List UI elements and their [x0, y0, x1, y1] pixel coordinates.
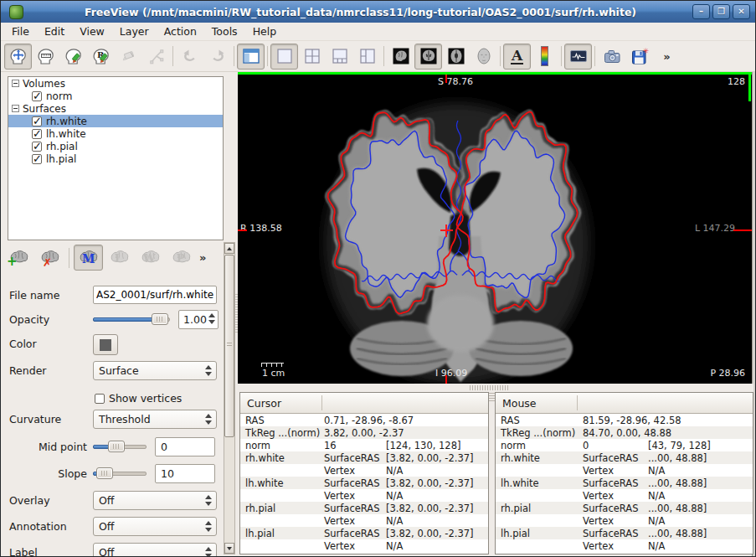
menu-item-help[interactable]: Help: [245, 23, 285, 39]
axial-view-button[interactable]: [442, 44, 470, 70]
spin-arrows-icon[interactable]: [208, 313, 215, 324]
show-vertices-checkbox[interactable]: Show vertices: [95, 392, 182, 405]
layout-2x2-button[interactable]: [298, 44, 326, 70]
overlay-combobox[interactable]: Off: [93, 491, 217, 510]
menu-item-tools[interactable]: Tools: [204, 23, 245, 39]
render-combobox[interactable]: Surface: [93, 361, 217, 380]
add-surface-button[interactable]: +: [4, 245, 33, 271]
tree-item-lh.pial[interactable]: lh.pial: [8, 152, 223, 165]
maximize-button[interactable]: ❐: [712, 4, 730, 19]
scroll-up-icon[interactable]: [224, 243, 234, 254]
roi-edit-tool-button[interactable]: R: [87, 44, 115, 70]
visibility-checkbox[interactable]: [32, 91, 42, 101]
curvature-combobox[interactable]: Threshold: [93, 410, 217, 429]
scroll-down-icon[interactable]: [224, 543, 234, 554]
collapse-icon[interactable]: [12, 105, 19, 112]
visibility-checkbox[interactable]: [32, 142, 42, 152]
time-course-button[interactable]: [564, 44, 592, 70]
horizontal-splitter[interactable]: [238, 384, 753, 392]
panel-scrollbar[interactable]: [224, 242, 235, 554]
table-row[interactable]: VertexN/A: [240, 539, 488, 552]
table-row[interactable]: TkReg ...(norm)84.70, 0.00, 48.88: [496, 426, 753, 439]
save-screenshot-button[interactable]: ✳: [625, 44, 653, 70]
color-picker-button[interactable]: [93, 334, 118, 355]
slider-handle[interactable]: [108, 441, 125, 452]
sagittal-view-button[interactable]: [387, 44, 414, 70]
table-row[interactable]: VertexN/A: [496, 539, 753, 552]
layout-1n3-button[interactable]: [326, 44, 353, 70]
show-colorbar-button[interactable]: [531, 44, 558, 70]
menu-item-action[interactable]: Action: [157, 23, 204, 39]
undo-button[interactable]: [176, 44, 203, 70]
path-tool-disabled-button[interactable]: [142, 44, 170, 70]
show-annotation-button[interactable]: A: [503, 44, 531, 70]
slider-handle[interactable]: [96, 467, 113, 479]
table-row[interactable]: lh.pialSurfaceRAS...00, 48.88]: [496, 527, 753, 539]
tree-item-rh.white[interactable]: rh.white: [8, 115, 223, 127]
table-row[interactable]: VertexN/A: [496, 464, 753, 477]
table-row[interactable]: lh.whiteSurfaceRAS[3.82, 0.00, -2.37]: [240, 477, 488, 489]
title-bar[interactable]: FreeView (/mnt/macmini/RW_tutorial_data/…: [1, 1, 755, 23]
file-name-input[interactable]: [93, 286, 217, 304]
tree-item-rh.pial[interactable]: rh.pial: [8, 140, 223, 152]
table-row[interactable]: RAS81.59, -28.96, 42.58: [496, 414, 753, 426]
slope-value-box[interactable]: 10: [155, 464, 215, 483]
table-row[interactable]: norm16[124, 130, 128]: [240, 439, 488, 451]
redo-button[interactable]: [203, 44, 231, 70]
checkbox-icon[interactable]: [95, 394, 105, 404]
slope-slider[interactable]: [93, 464, 147, 482]
coronal-view-button[interactable]: [414, 44, 442, 70]
show-main-surface-button[interactable]: M: [74, 245, 103, 271]
table-row[interactable]: VertexN/A: [496, 514, 753, 527]
coronal-viewport[interactable]: S 78.76 128 R 138.58 L 147.29 I 96.09 P …: [238, 72, 753, 384]
show-white-surface-button[interactable]: W: [136, 245, 165, 271]
opacity-spinbox[interactable]: 1.00: [178, 310, 219, 329]
table-row[interactable]: VertexN/A: [496, 489, 753, 502]
menu-item-edit[interactable]: Edit: [37, 23, 72, 39]
visibility-checkbox[interactable]: [32, 154, 42, 164]
mouse-panel-header[interactable]: Mouse: [496, 393, 753, 414]
table-row[interactable]: VertexN/A: [240, 489, 488, 502]
edit-disabled-button[interactable]: [115, 44, 142, 70]
mid-point-slider[interactable]: [93, 437, 147, 456]
view-3d-button[interactable]: [470, 44, 497, 70]
show-pial-surface-button[interactable]: P: [167, 245, 196, 271]
tree-group-surfaces[interactable]: Surfaces: [8, 102, 223, 115]
table-row[interactable]: norm0[43, 79, 128]: [496, 439, 753, 451]
toolbar-overflow-button[interactable]: »: [653, 44, 681, 70]
menu-item-file[interactable]: File: [4, 23, 37, 39]
table-row[interactable]: lh.whiteSurfaceRAS...00, 48.88]: [496, 477, 753, 489]
mid-point-value-box[interactable]: 0: [155, 437, 215, 456]
minimize-button[interactable]: –: [692, 4, 710, 19]
label-combobox[interactable]: Off: [93, 543, 217, 557]
table-row[interactable]: TkReg ...(norm)3.82, 0.00, -2.37: [240, 426, 488, 439]
show-inflated-surface-button[interactable]: I: [105, 245, 134, 271]
measure-tool-button[interactable]: [32, 44, 59, 70]
vertical-splitter[interactable]: [489, 392, 495, 554]
toggle-control-panel-button[interactable]: [237, 44, 265, 70]
opacity-slider[interactable]: [93, 310, 170, 328]
screenshot-button[interactable]: [598, 44, 625, 70]
collapse-icon[interactable]: [12, 80, 19, 87]
slider-handle[interactable]: [152, 313, 168, 325]
table-row[interactable]: rh.pialSurfaceRAS...00, 48.88]: [496, 502, 753, 514]
visibility-checkbox[interactable]: [32, 129, 42, 139]
scrollbar-thumb[interactable]: [224, 255, 234, 437]
remove-surface-button[interactable]: ✗: [35, 245, 64, 271]
menu-item-layer[interactable]: Layer: [112, 23, 157, 39]
visibility-checkbox[interactable]: [32, 116, 42, 126]
table-row[interactable]: rh.whiteSurfaceRAS...00, 48.88]: [496, 451, 753, 464]
table-row[interactable]: VertexN/A: [240, 464, 488, 477]
table-row[interactable]: lh.pialSurfaceRAS[3.82, 0.00, -2.37]: [240, 527, 488, 539]
annotation-combobox[interactable]: Off: [93, 517, 217, 536]
navigate-tool-button[interactable]: [4, 44, 32, 70]
table-row[interactable]: rh.pialSurfaceRAS[3.82, 0.00, -2.37]: [240, 502, 488, 514]
voxel-edit-tool-button[interactable]: [59, 44, 87, 70]
tree-item-norm[interactable]: norm: [8, 90, 223, 102]
close-button[interactable]: ✕: [733, 4, 750, 19]
table-row[interactable]: rh.whiteSurfaceRAS[3.82, 0.00, -2.37]: [240, 451, 488, 464]
layout-1x1-button[interactable]: [270, 44, 298, 70]
menu-item-view[interactable]: View: [72, 23, 112, 39]
table-row[interactable]: VertexN/A: [240, 514, 488, 527]
tree-item-lh.white[interactable]: lh.white: [8, 127, 223, 140]
